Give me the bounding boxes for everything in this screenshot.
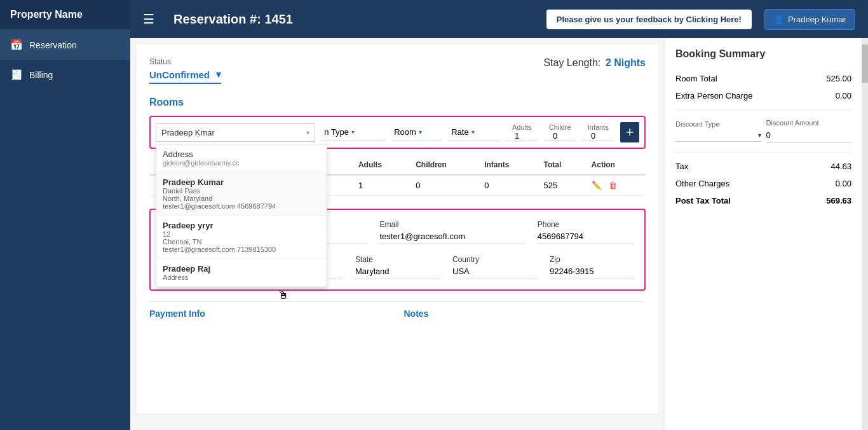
- sidebar-reservation-label: Reservation: [29, 40, 77, 50]
- edit-room-icon[interactable]: ✏️: [592, 181, 602, 190]
- autocomplete-item-2-line1: 12: [163, 230, 320, 238]
- status-dropdown[interactable]: UnConfirmed ▾: [149, 69, 221, 84]
- email-group: Email: [379, 220, 524, 245]
- children-input[interactable]: [544, 131, 576, 141]
- discount-type-chevron: ▾: [758, 132, 761, 139]
- scroll-indicator: ▾: [306, 129, 309, 136]
- tax-row: Tax 44.63: [675, 158, 851, 175]
- rate-label: Rate: [451, 127, 468, 137]
- chevron-down-icon: ▾: [216, 69, 221, 80]
- room-type-label: n Type: [324, 127, 349, 137]
- autocomplete-item-3-name: Pradeep Raj: [163, 264, 320, 274]
- children-col-label: Childre: [549, 123, 571, 131]
- state-group: State Maryland: [355, 255, 440, 279]
- autocomplete-wrapper: Pradeep Kmar ▾ Address gideon@gideonsarm…: [156, 123, 315, 142]
- infants-input[interactable]: [582, 131, 614, 141]
- room-label: Room: [394, 127, 416, 137]
- discount-amount-input[interactable]: [766, 128, 852, 143]
- notes-title: Notes: [404, 309, 646, 319]
- email-input[interactable]: [379, 229, 524, 244]
- cell-children: 0: [409, 175, 478, 196]
- zip-value: 92246-3915: [550, 264, 634, 279]
- user-menu-button[interactable]: 👤 Pradeep Kumar: [764, 9, 855, 30]
- add-room-button[interactable]: +: [620, 122, 639, 142]
- phone-input[interactable]: [538, 229, 634, 244]
- tax-label: Tax: [675, 162, 688, 171]
- sidebar: Property Name 📅 Reservation 🧾 Billing: [0, 0, 130, 430]
- room-add-inner: Pradeep Kmar ▾ Address gideon@gideonsarm…: [156, 122, 639, 142]
- sidebar-item-billing[interactable]: 🧾 Billing: [0, 60, 130, 90]
- autocomplete-item-2-name: Pradeep yryr: [163, 221, 320, 230]
- stay-label: Stay Length:: [543, 57, 600, 68]
- scrollbar-track[interactable]: [862, 38, 868, 430]
- summary-divider-1: [675, 109, 851, 110]
- room-total-value: 525.00: [826, 74, 851, 83]
- infants-group: Infants: [582, 123, 614, 141]
- delete-room-icon[interactable]: 🗑: [609, 181, 617, 190]
- col-adults: Adults: [352, 155, 409, 175]
- room-select[interactable]: Room ▾: [391, 123, 442, 141]
- rooms-section-title: Rooms: [149, 97, 646, 108]
- col-infants: Infants: [478, 155, 537, 175]
- extra-person-row: Extra Person Charge 0.00: [675, 87, 851, 104]
- zip-group: Zip 92246-3915: [550, 255, 634, 279]
- main-content: ☰ Reservation #: 1451 Please give us you…: [130, 0, 868, 430]
- post-tax-label: Post Tax Total: [675, 196, 731, 205]
- billing-icon: 🧾: [10, 69, 23, 81]
- content-inner: Status UnConfirmed ▾ Stay Length: 2 Nigh…: [137, 45, 658, 413]
- hamburger-menu[interactable]: ☰: [143, 11, 154, 27]
- autocomplete-item-3-line1: Address: [163, 274, 320, 281]
- autocomplete-dropdown[interactable]: Address gideon@gideonsarmy.cc Pradeep Ku…: [156, 144, 327, 288]
- cell-total: 525: [537, 175, 585, 196]
- room-type-select[interactable]: n Type ▾: [322, 123, 385, 141]
- discount-type-select[interactable]: ▾: [675, 129, 761, 142]
- cell-action: ✏️ 🗑: [585, 175, 646, 196]
- post-tax-value: 569.63: [826, 196, 851, 205]
- state-value: Maryland: [355, 264, 440, 279]
- adults-input[interactable]: [506, 131, 538, 141]
- room-type-chevron: ▾: [351, 128, 355, 135]
- other-charges-value: 0.00: [836, 179, 851, 188]
- rate-select[interactable]: Rate ▾: [449, 123, 499, 141]
- autocomplete-item-0-address-label: Address: [163, 149, 320, 159]
- autocomplete-item-2[interactable]: Pradeep yryr 12 Chennai, TN tester1@grac…: [156, 216, 327, 259]
- autocomplete-field[interactable]: Pradeep Kmar ▾: [156, 123, 315, 142]
- autocomplete-item-0-email: gideon@gideonsarmy.cc: [163, 159, 320, 167]
- phone-label: Phone: [538, 220, 634, 229]
- children-group: Childre: [544, 123, 576, 141]
- other-charges-row: Other Charges 0.00: [675, 175, 851, 192]
- stay-length: Stay Length: 2 Nights: [543, 57, 646, 69]
- extra-person-value: 0.00: [836, 91, 851, 101]
- sidebar-item-reservation[interactable]: 📅 Reservation: [0, 30, 130, 60]
- room-total-row: Room Total 525.00: [675, 70, 851, 87]
- booking-summary-title: Booking Summary: [675, 48, 851, 60]
- phone-group: Phone: [538, 220, 634, 245]
- rate-chevron: ▾: [471, 128, 475, 135]
- col-action: Action: [585, 155, 646, 175]
- col-total: Total: [537, 155, 585, 175]
- cursor-pointer-icon: 🖱: [278, 289, 289, 302]
- notes-section: Notes: [404, 309, 646, 319]
- email-label: Email: [379, 220, 524, 229]
- autocomplete-item-1[interactable]: Pradeep Kumar Daniel Pass North, Marylan…: [156, 172, 327, 216]
- sidebar-logo: Property Name: [0, 0, 130, 30]
- post-tax-row: Post Tax Total 569.63: [675, 192, 851, 209]
- payment-section: Payment Info: [149, 309, 391, 319]
- state-label: State: [355, 255, 440, 264]
- tax-value: 44.63: [831, 162, 851, 171]
- autocomplete-item-1-line3: tester1@gracesoft.com 4569687794: [163, 202, 320, 210]
- adults-group: Adults: [506, 123, 538, 141]
- scrollbar-thumb[interactable]: [862, 45, 868, 83]
- col-children: Children: [409, 155, 478, 175]
- calendar-icon: 📅: [10, 39, 23, 51]
- cell-adults: 1: [352, 175, 409, 196]
- room-chevron: ▾: [419, 128, 422, 135]
- bottom-sections: Payment Info Notes: [149, 301, 646, 319]
- status-section: Status UnConfirmed ▾: [149, 57, 221, 84]
- autocomplete-value: Pradeep Kmar: [161, 128, 215, 137]
- autocomplete-item-3[interactable]: Pradeep Raj Address: [156, 259, 327, 287]
- room-add-row: Pradeep Kmar ▾ Address gideon@gideonsarm…: [149, 116, 646, 149]
- zip-label: Zip: [550, 255, 634, 264]
- autocomplete-item-0[interactable]: Address gideon@gideonsarmy.cc: [156, 144, 327, 172]
- feedback-button[interactable]: Please give us your feedback by Clicking…: [546, 10, 752, 29]
